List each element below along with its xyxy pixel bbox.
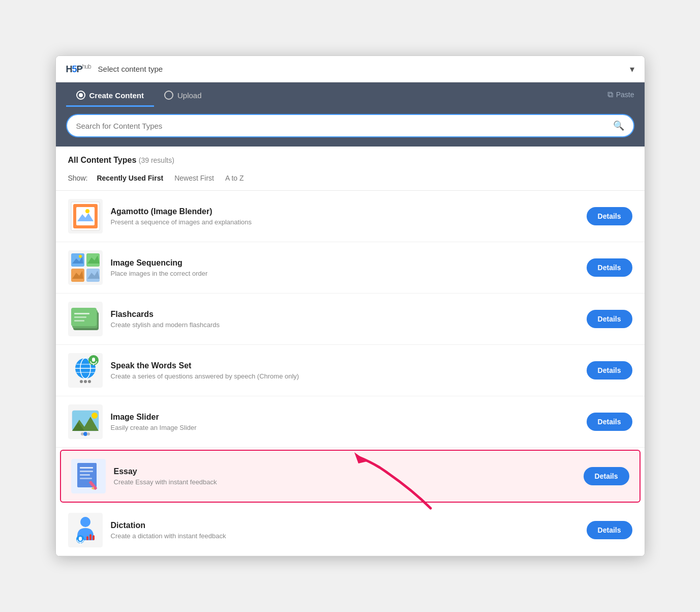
svg-point-34 [88, 380, 91, 383]
paste-label: Paste [616, 91, 634, 99]
svg-rect-21 [74, 316, 86, 318]
item-name: Essay [114, 467, 575, 476]
details-button-essay[interactable]: Details [584, 467, 629, 485]
item-info-essay: Essay Create Essay with instant feedback [114, 467, 575, 486]
content-header: All Content Types (39 results) [56, 147, 645, 170]
item-icon-speak-words [68, 353, 103, 388]
list-item-essay[interactable]: Essay Create Essay with instant feedback… [60, 450, 641, 503]
filter-prefix: Show: [68, 174, 88, 182]
svg-point-40 [92, 413, 98, 419]
item-desc: Create a series of questions answered by… [111, 372, 579, 380]
svg-point-33 [84, 380, 87, 383]
svg-rect-30 [92, 358, 95, 362]
svg-rect-3 [76, 207, 95, 225]
item-info-speak-words: Speak the Words Set Create a series of q… [111, 361, 579, 380]
item-desc: Create a dictation with instant feedback [111, 532, 579, 540]
list-item[interactable]: Image Sequencing Place images in the cor… [56, 242, 645, 294]
chevron-down-icon[interactable]: ▾ [630, 64, 634, 75]
details-button-dictation[interactable]: Details [587, 521, 632, 539]
list-item[interactable]: Dictation Create a dictation with instan… [56, 505, 645, 556]
item-desc: Present a sequence of images and explana… [111, 218, 579, 226]
filter-a-to-z[interactable]: A to Z [221, 172, 248, 184]
modal-header: H5Phub Select content type ▾ [56, 56, 645, 82]
list-item[interactable]: Agamotto (Image Blender) Present a seque… [56, 191, 645, 242]
item-icon-agamotto [68, 199, 103, 234]
svg-rect-60 [93, 535, 95, 540]
item-name: Image Sequencing [111, 258, 579, 268]
content-count: (39 results) [139, 156, 174, 164]
list-item[interactable]: Flashcards Create stylish and modern fla… [56, 294, 645, 345]
item-info-agamotto: Agamotto (Image Blender) Present a seque… [111, 207, 579, 226]
tab-create-label: Create Content [89, 91, 144, 100]
svg-point-42 [83, 432, 87, 436]
tab-radio-create [76, 91, 85, 100]
item-name: Dictation [111, 521, 579, 530]
svg-point-43 [87, 432, 90, 435]
item-icon-dictation [68, 513, 103, 547]
item-info-image-sequencing: Image Sequencing Place images in the cor… [111, 258, 579, 277]
content-list: Agamotto (Image Blender) Present a seque… [56, 190, 645, 556]
search-area: 🔍 [56, 107, 645, 147]
item-name: Image Slider [111, 413, 579, 422]
tab-radio-upload [164, 91, 173, 100]
logo: H5Phub [66, 63, 91, 75]
item-icon-image-sequencing [68, 250, 103, 285]
search-input[interactable] [76, 122, 608, 130]
tab-upload[interactable]: Upload [154, 82, 212, 107]
svg-point-32 [80, 380, 83, 383]
modal-container: H5Phub Select content type ▾ Create Cont… [55, 55, 645, 557]
header-title: Select content type [98, 65, 163, 73]
item-icon-essay [71, 459, 106, 493]
main-content: All Content Types (39 results) Show: Rec… [56, 147, 645, 556]
details-button-agamotto[interactable]: Details [587, 207, 632, 225]
svg-point-5 [85, 209, 89, 213]
search-box: 🔍 [66, 114, 634, 137]
svg-rect-20 [74, 313, 89, 314]
svg-rect-48 [80, 471, 93, 472]
filter-newest-first[interactable]: Newest First [170, 172, 218, 184]
tab-create-content[interactable]: Create Content [66, 82, 155, 107]
item-desc: Create stylish and modern flashcards [111, 321, 579, 329]
list-item[interactable]: Speak the Words Set Create a series of q… [56, 345, 645, 396]
item-desc: Place images in the correct order [111, 270, 579, 277]
item-name: Agamotto (Image Blender) [111, 207, 579, 216]
details-button-speak-words[interactable]: Details [587, 361, 632, 380]
tab-upload-label: Upload [177, 91, 202, 100]
svg-rect-59 [89, 534, 92, 540]
details-button-flashcards[interactable]: Details [587, 310, 632, 328]
item-desc: Easily create an Image Slider [111, 424, 579, 431]
search-icon: 🔍 [613, 120, 624, 131]
tab-bar: Create Content Upload ⧉ Paste [56, 82, 645, 107]
item-info-dictation: Dictation Create a dictation with instan… [111, 521, 579, 540]
content-title: All Content Types [68, 156, 137, 164]
tabs-container: Create Content Upload [66, 82, 212, 107]
item-name: Speak the Words Set [111, 361, 579, 370]
paste-icon: ⧉ [607, 90, 613, 99]
list-item[interactable]: Image Slider Easily create an Image Slid… [56, 396, 645, 448]
details-button-image-sequencing[interactable]: Details [587, 258, 632, 277]
svg-rect-22 [74, 320, 84, 322]
svg-rect-47 [80, 467, 93, 469]
item-info-image-slider: Image Slider Easily create an Image Slid… [111, 413, 579, 431]
filter-row: Show: Recently Used First Newest First A… [56, 170, 645, 190]
details-button-image-slider[interactable]: Details [587, 413, 632, 431]
filter-recently-used[interactable]: Recently Used First [93, 172, 167, 184]
item-icon-image-slider [68, 404, 103, 439]
svg-rect-56 [79, 537, 82, 541]
item-name: Flashcards [111, 310, 579, 319]
item-icon-flashcards [68, 302, 103, 336]
svg-point-54 [80, 517, 90, 527]
svg-rect-49 [80, 474, 90, 476]
paste-button[interactable]: ⧉ Paste [607, 90, 634, 99]
svg-point-9 [79, 255, 82, 258]
item-info-flashcards: Flashcards Create stylish and modern fla… [111, 310, 579, 329]
svg-rect-58 [86, 536, 88, 540]
svg-rect-50 [80, 478, 92, 479]
header-left: H5Phub Select content type [66, 63, 163, 75]
item-desc: Create Essay with instant feedback [114, 478, 575, 486]
